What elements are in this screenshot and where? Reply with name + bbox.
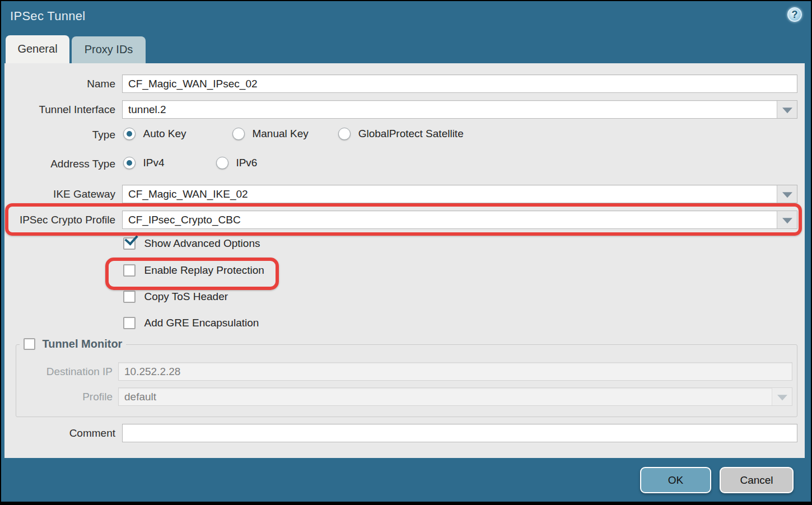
ipsec-crypto-profile-dropdown-button[interactable] — [777, 211, 797, 228]
tunnel-interface-dropdown[interactable]: tunnel.2 — [122, 100, 797, 119]
address-type-label: Address Type — [4, 157, 115, 175]
comment-input[interactable] — [122, 424, 797, 442]
copy-tos-header-label: Copy ToS Header — [144, 291, 228, 303]
tunnel-monitor-fieldset: Tunnel Monitor Destination IP Profile de… — [16, 344, 797, 417]
ike-gateway-value: CF_Magic_WAN_IKE_02 — [128, 185, 774, 203]
copy-tos-header-checkbox[interactable] — [123, 291, 136, 303]
chevron-down-icon — [782, 218, 792, 223]
type-row: Type Auto Key Manual Key GlobalProtect S… — [4, 128, 805, 147]
ike-gateway-dropdown[interactable]: CF_Magic_WAN_IKE_02 — [122, 185, 797, 203]
radio-auto-key-label: Auto Key — [143, 128, 186, 140]
name-input[interactable] — [122, 74, 797, 93]
radio-auto-key[interactable] — [123, 128, 136, 140]
help-icon[interactable]: ? — [787, 7, 802, 22]
show-advanced-options-label: Show Advanced Options — [144, 237, 260, 250]
comment-label: Comment — [4, 424, 115, 442]
tunnel-interface-row: Tunnel Interface tunnel.2 — [4, 100, 805, 119]
profile-row: Profile default — [16, 387, 797, 406]
radio-ipv6[interactable] — [216, 157, 228, 169]
show-advanced-options-row: Show Advanced Options — [123, 237, 260, 252]
ipsec-crypto-profile-label: IPSec Crypto Profile — [4, 211, 115, 229]
tunnel-monitor-legend: Tunnel Monitor — [20, 338, 126, 350]
ipsec-crypto-profile-row: IPSec Crypto Profile CF_IPsec_Crypto_CBC — [4, 211, 805, 230]
enable-replay-protection-label: Enable Replay Protection — [144, 264, 264, 277]
copy-tos-header-row: Copy ToS Header — [123, 291, 228, 305]
add-gre-encapsulation-checkbox[interactable] — [123, 317, 136, 329]
ike-gateway-dropdown-button[interactable] — [777, 185, 797, 203]
tunnel-interface-value: tunnel.2 — [128, 101, 774, 118]
chevron-down-icon — [782, 192, 792, 198]
chevron-down-icon — [782, 107, 792, 113]
enable-replay-protection-row: Enable Replay Protection — [123, 264, 264, 279]
ok-button[interactable]: OK — [640, 467, 711, 493]
radio-ipv4[interactable] — [123, 157, 136, 169]
destination-ip-input — [118, 362, 792, 381]
dialog-content: Name Tunnel Interface tunnel.2 Type — [4, 63, 805, 458]
ipsec-tunnel-dialog: IPSec Tunnel ? General Proxy IDs Name Tu… — [0, 0, 812, 505]
dialog-title: IPSec Tunnel — [10, 9, 85, 24]
type-label: Type — [4, 128, 115, 146]
profile-dropdown: default — [118, 387, 792, 406]
radio-manual-key[interactable] — [232, 128, 245, 140]
ike-gateway-row: IKE Gateway CF_Magic_WAN_IKE_02 — [4, 185, 805, 204]
radio-manual-key-label: Manual Key — [252, 128, 308, 140]
dialog-footer: OK Cancel — [1, 458, 811, 503]
radio-globalprotect-satellite[interactable] — [338, 128, 351, 140]
tunnel-monitor-label: Tunnel Monitor — [42, 338, 122, 350]
tunnel-interface-dropdown-button[interactable] — [777, 101, 797, 118]
cancel-button[interactable]: Cancel — [720, 467, 794, 493]
tunnel-interface-label: Tunnel Interface — [4, 100, 115, 119]
profile-label: Profile — [16, 387, 113, 406]
ipsec-crypto-profile-value: CF_IPsec_Crypto_CBC — [128, 211, 774, 228]
add-gre-encapsulation-label: Add GRE Encapsulation — [144, 317, 259, 329]
chevron-down-icon — [777, 395, 787, 400]
radio-ipv4-label: IPv4 — [143, 157, 164, 169]
tunnel-monitor-checkbox[interactable] — [24, 338, 35, 350]
destination-ip-row: Destination IP — [16, 362, 797, 381]
radio-ipv6-label: IPv6 — [236, 157, 257, 169]
enable-replay-protection-checkbox[interactable] — [123, 264, 136, 277]
name-row: Name — [4, 74, 805, 93]
profile-dropdown-button — [772, 388, 792, 405]
name-label: Name — [4, 74, 115, 93]
tab-general[interactable]: General — [6, 35, 69, 63]
radio-globalprotect-satellite-label: GlobalProtect Satellite — [358, 128, 464, 140]
ike-gateway-label: IKE Gateway — [4, 185, 115, 203]
add-gre-encapsulation-row: Add GRE Encapsulation — [123, 317, 259, 331]
comment-row: Comment — [4, 424, 805, 443]
ipsec-crypto-profile-dropdown[interactable]: CF_IPsec_Crypto_CBC — [122, 211, 797, 229]
address-type-row: Address Type IPv4 IPv6 — [4, 157, 805, 176]
tab-proxy-ids[interactable]: Proxy IDs — [72, 36, 146, 63]
destination-ip-label: Destination IP — [16, 362, 113, 381]
show-advanced-options-checkbox[interactable] — [123, 237, 136, 250]
profile-value: default — [124, 388, 769, 405]
